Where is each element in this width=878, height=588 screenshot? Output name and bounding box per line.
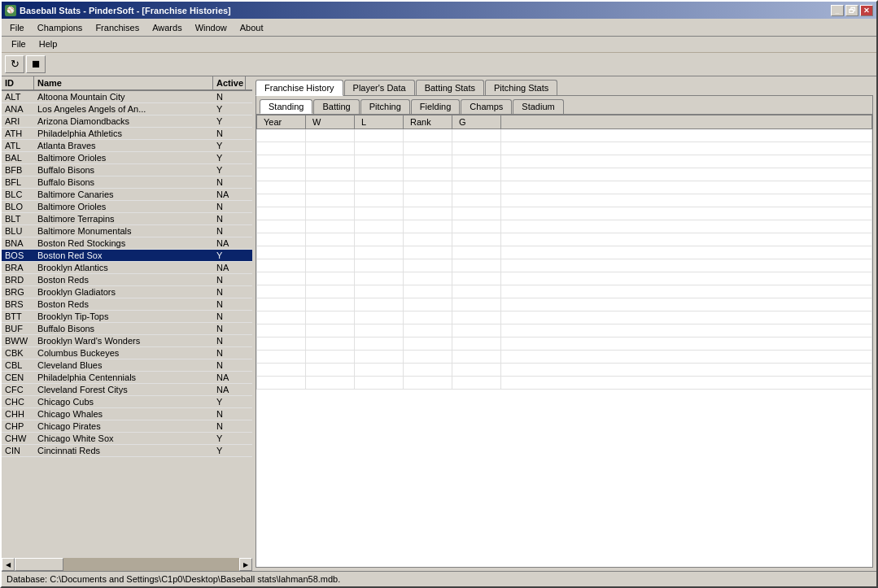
table-cell <box>404 194 452 207</box>
h-scroll-right[interactable]: ▶ <box>239 558 252 571</box>
list-item[interactable]: BTTBrooklyn Tip-TopsN <box>2 311 252 323</box>
table-cell <box>306 338 355 351</box>
refresh-button[interactable]: ↻ <box>5 55 24 73</box>
table-cell <box>501 259 872 272</box>
list-item[interactable]: ANALos Angeles Angels of An...Y <box>2 103 252 115</box>
list-item[interactable]: BRDBoston RedsN <box>2 274 252 286</box>
list-item[interactable]: BLTBaltimore TerrapinsN <box>2 213 252 225</box>
list-cell-active: N <box>213 225 246 237</box>
list-item[interactable]: BFLBuffalo BisonsN <box>2 176 252 189</box>
list-cell-id: BNA <box>2 237 34 249</box>
data-grid: Year W L Rank G <box>256 115 872 567</box>
list-item[interactable]: ARIArizona DiamondbacksY <box>2 115 252 128</box>
stop-button[interactable]: ⏹ <box>26 55 46 73</box>
list-item[interactable]: BUFBuffalo BisonsN <box>2 323 252 335</box>
list-cell-id: BRA <box>2 262 34 273</box>
menu-file[interactable]: File <box>3 21 31 34</box>
list-item[interactable]: BRABrooklyn AtlanticsNA <box>2 262 252 274</box>
h-scroll-thumb[interactable] <box>15 558 63 571</box>
list-cell-name: Baltimore Canaries <box>34 189 213 200</box>
table-cell <box>452 246 501 259</box>
list-cell-id: CEN <box>2 372 34 383</box>
inner-tab-fielding[interactable]: Fielding <box>411 99 461 114</box>
table-cell <box>257 338 306 351</box>
table-cell <box>404 272 452 285</box>
list-item[interactable]: CINCincinnati RedsY <box>2 445 252 457</box>
list-item[interactable]: BALBaltimore OriolesY <box>2 152 252 164</box>
list-item[interactable]: CHPChicago PiratesN <box>2 420 252 433</box>
tab-batting-stats[interactable]: Batting Stats <box>416 80 484 96</box>
list-item[interactable]: BOSBoston Red SoxY <box>2 250 252 262</box>
col-header-active: Active <box>213 76 246 89</box>
inner-tab-stadium[interactable]: Stadium <box>513 99 563 114</box>
inner-tab-batting[interactable]: Batting <box>313 99 359 114</box>
list-item[interactable]: CFCCleveland Forest CitysNA <box>2 384 252 396</box>
list-item[interactable]: BWWBrooklyn Ward's WondersN <box>2 335 252 347</box>
table-row <box>257 194 872 207</box>
list-cell-active: Y <box>213 250 246 261</box>
tab-players-data[interactable]: Player's Data <box>344 80 415 96</box>
list-cell-id: CBL <box>2 359 34 371</box>
close-button[interactable]: ✕ <box>860 5 873 16</box>
menu-about[interactable]: About <box>234 21 270 34</box>
menu-window[interactable]: Window <box>189 21 234 34</box>
tab-franchise-history[interactable]: Franchise History <box>256 80 343 96</box>
tab-pitching-stats[interactable]: Pitching Stats <box>485 80 557 96</box>
table-cell <box>257 311 306 324</box>
list-cell-id: BLC <box>2 189 34 200</box>
left-panel-wrapper: ID Name Active ALTAltoona Mountain CityN… <box>2 76 252 571</box>
list-item[interactable]: ALTAltoona Mountain CityN <box>2 91 252 103</box>
secondary-menu-file[interactable]: File <box>5 37 33 50</box>
table-cell <box>306 142 355 155</box>
table-cell <box>257 298 306 311</box>
h-scroll-track[interactable] <box>15 558 239 571</box>
list-item[interactable]: BRSBoston RedsN <box>2 298 252 311</box>
restore-button[interactable]: 🗗 <box>845 5 858 16</box>
inner-tab-champs[interactable]: Champs <box>461 99 512 114</box>
table-cell <box>306 155 355 168</box>
table-cell <box>452 168 501 181</box>
table-cell <box>355 324 404 338</box>
list-cell-name: Columbus Buckeyes <box>34 347 213 359</box>
list-item[interactable]: CHWChicago White SoxY <box>2 433 252 445</box>
list-item[interactable]: ATLAtlanta BravesY <box>2 140 252 152</box>
table-cell <box>501 155 872 168</box>
list-item[interactable]: CHHChicago WhalesN <box>2 408 252 420</box>
table-cell <box>452 324 501 338</box>
list-item[interactable]: CHCChicago CubsY <box>2 396 252 408</box>
list-item[interactable]: BLOBaltimore OriolesN <box>2 201 252 213</box>
col-header-name: Name <box>34 76 213 89</box>
inner-tab-standing[interactable]: Standing <box>260 99 312 114</box>
list-item[interactable]: CENPhiladelphia CentennialsNA <box>2 372 252 384</box>
col-g: G <box>452 115 501 129</box>
table-cell <box>355 364 404 377</box>
list-cell-active: N <box>213 311 246 322</box>
list-item[interactable]: BNABoston Red StockingsNA <box>2 237 252 250</box>
table-cell <box>404 155 452 168</box>
menu-champions[interactable]: Champions <box>31 21 90 34</box>
table-cell <box>257 233 306 246</box>
list-scroll-container[interactable]: ALTAltoona Mountain CityNANALos Angeles … <box>2 91 252 558</box>
table-cell <box>257 377 306 390</box>
list-cell-id: ATL <box>2 140 34 151</box>
menu-awards[interactable]: Awards <box>146 21 188 34</box>
list-item[interactable]: BLCBaltimore CanariesNA <box>2 189 252 201</box>
list-item[interactable]: BFBBuffalo BisonsY <box>2 164 252 176</box>
list-cell-name: Atlanta Braves <box>34 140 213 151</box>
list-cell-active: N <box>213 420 246 432</box>
list-item[interactable]: BRGBrooklyn GladiatorsN <box>2 286 252 298</box>
table-cell <box>257 168 306 181</box>
secondary-menu-help[interactable]: Help <box>33 37 64 50</box>
list-item[interactable]: ATHPhiladelphia AthleticsN <box>2 128 252 140</box>
minimize-button[interactable]: _ <box>831 5 844 16</box>
inner-tab-pitching[interactable]: Pitching <box>360 99 410 114</box>
list-item[interactable]: BLUBaltimore MonumentalsN <box>2 225 252 237</box>
list-item[interactable]: CBLCleveland BluesN <box>2 359 252 372</box>
list-item[interactable]: CBKColumbus BuckeyesN <box>2 347 252 359</box>
table-cell <box>452 207 501 220</box>
h-scroll-left[interactable]: ◀ <box>2 558 15 571</box>
list-header: ID Name Active <box>2 76 252 91</box>
list-cell-name: Buffalo Bisons <box>34 176 213 188</box>
menu-franchises[interactable]: Franchises <box>89 21 146 34</box>
table-cell <box>257 129 306 142</box>
